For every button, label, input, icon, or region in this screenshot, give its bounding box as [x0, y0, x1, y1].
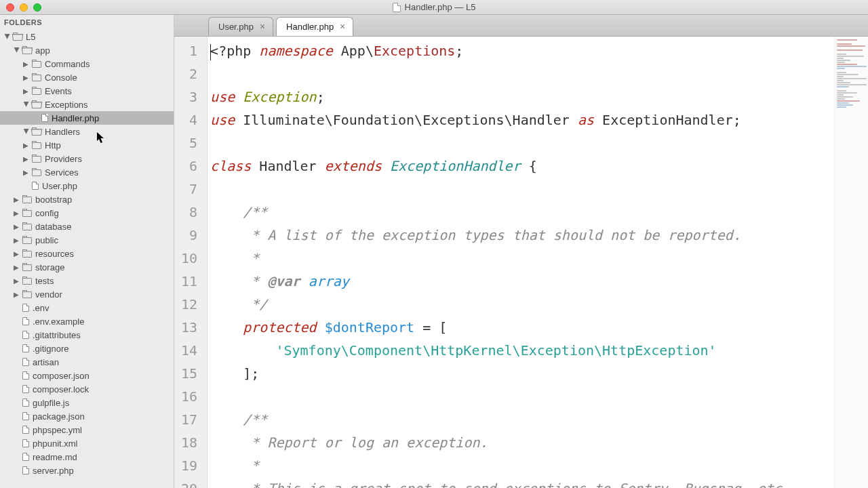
tree-item-label: Console — [45, 73, 77, 83]
tree-item-label: tests — [35, 276, 54, 286]
disclosure-arrow-icon[interactable]: ▶ — [14, 209, 20, 217]
file--env[interactable]: .env — [0, 301, 174, 314]
tab-close-icon[interactable]: × — [338, 22, 347, 32]
minimize-window-button[interactable] — [20, 3, 28, 12]
folder-public[interactable]: ▶public — [0, 233, 174, 247]
line-number: 4 — [181, 108, 197, 131]
code-line[interactable] — [210, 131, 834, 155]
code-line[interactable] — [210, 178, 834, 201]
disclosure-arrow-icon[interactable]: ▶ — [23, 74, 30, 81]
folder-storage[interactable]: ▶storage — [0, 260, 174, 274]
file-composer-lock[interactable]: composer.lock — [0, 382, 174, 396]
file-package-json[interactable]: package.json — [0, 409, 174, 423]
folder-exceptions[interactable]: ▶Exceptions — [0, 98, 174, 111]
close-window-button[interactable] — [6, 3, 14, 12]
disclosure-arrow-icon[interactable]: ▶ — [14, 47, 21, 54]
folder-icon — [32, 142, 41, 149]
code-line[interactable]: * A list of the exception types that sho… — [210, 224, 834, 247]
file-gulpfile-js[interactable]: gulpfile.js — [0, 396, 174, 409]
folder-http[interactable]: ▶Http — [0, 138, 174, 152]
file--env-example[interactable]: .env.example — [0, 314, 174, 328]
file--gitattributes[interactable]: .gitattributes — [0, 328, 174, 342]
file-readme-md[interactable]: readme.md — [0, 450, 174, 464]
code-line[interactable]: use Illuminate\Foundation\Exceptions\Han… — [210, 108, 834, 131]
tree-item-label: phpspec.yml — [33, 425, 82, 435]
disclosure-arrow-icon[interactable]: ▶ — [23, 142, 30, 149]
code-line[interactable]: * @var array — [210, 270, 834, 293]
disclosure-arrow-icon[interactable]: ▶ — [14, 196, 20, 203]
line-number: 13 — [181, 316, 197, 339]
tab-handler-php[interactable]: Handler.php× — [276, 17, 353, 36]
disclosure-arrow-icon[interactable]: ▶ — [14, 223, 20, 230]
file-user-php[interactable]: User.php — [0, 179, 174, 192]
folder-commands[interactable]: ▶Commands — [0, 57, 174, 70]
line-number: 14 — [181, 339, 197, 362]
code-line[interactable] — [210, 62, 834, 85]
editor-area: User.php×Handler.php× 123456789101112131… — [174, 15, 868, 488]
disclosure-arrow-icon[interactable]: ▶ — [14, 277, 20, 285]
tree-item-label: Events — [45, 86, 72, 96]
file-icon — [22, 344, 29, 352]
tree-item-label: User.php — [42, 181, 77, 191]
disclosure-arrow-icon[interactable]: ▶ — [23, 87, 30, 95]
minimap[interactable] — [834, 37, 868, 488]
folder-providers[interactable]: ▶Providers — [0, 152, 174, 165]
tree-item-label: Services — [45, 167, 79, 178]
disclosure-arrow-icon[interactable]: ▶ — [14, 250, 20, 258]
code-content[interactable]: <?php namespace App\Exceptions; use Exce… — [208, 37, 834, 488]
folder-vendor[interactable]: ▶vendor — [0, 287, 174, 301]
code-line[interactable]: <?php namespace App\Exceptions; — [210, 39, 834, 62]
folder-bootstrap[interactable]: ▶bootstrap — [0, 192, 174, 206]
code-line[interactable]: * Report or log an exception. — [210, 431, 834, 454]
code-line[interactable]: 'Symfony\Component\HttpKernel\Exception\… — [210, 339, 834, 362]
code-line[interactable]: ]; — [210, 362, 834, 385]
folder-config[interactable]: ▶config — [0, 206, 174, 220]
disclosure-arrow-icon[interactable]: ▶ — [4, 33, 12, 40]
code-line[interactable]: * This is a great spot to send exception… — [210, 477, 834, 488]
file-composer-json[interactable]: composer.json — [0, 369, 174, 382]
file-phpspec-yml[interactable]: phpspec.yml — [0, 423, 174, 436]
code-line[interactable] — [210, 385, 834, 408]
folder-resources[interactable]: ▶resources — [0, 247, 174, 260]
disclosure-arrow-icon[interactable]: ▶ — [14, 264, 20, 271]
sidebar: FOLDERS ▶L5▶app▶Commands▶Console▶Events▶… — [0, 15, 174, 488]
file-phpunit-xml[interactable]: phpunit.xml — [0, 436, 174, 450]
tree-item-label: readme.md — [33, 452, 77, 462]
tree-item-label: Commands — [45, 59, 90, 69]
code-line[interactable]: /** — [210, 408, 834, 431]
zoom-window-button[interactable] — [33, 3, 41, 12]
folder-icon — [22, 47, 32, 54]
folder-services[interactable]: ▶Services — [0, 165, 174, 179]
disclosure-arrow-icon[interactable]: ▶ — [23, 60, 30, 68]
code-line[interactable]: /** — [210, 201, 834, 224]
tree-item-label: database — [35, 222, 72, 232]
disclosure-arrow-icon[interactable]: ▶ — [23, 101, 31, 108]
code-line[interactable]: * — [210, 454, 834, 477]
file--gitignore[interactable]: .gitignore — [0, 342, 174, 355]
folder-events[interactable]: ▶Events — [0, 84, 174, 98]
code-line[interactable]: class Handler extends ExceptionHandler { — [210, 155, 834, 178]
disclosure-arrow-icon[interactable]: ▶ — [23, 128, 31, 135]
tree-item-label: composer.lock — [33, 384, 89, 394]
folder-app[interactable]: ▶app — [0, 43, 174, 57]
tab-user-php[interactable]: User.php× — [208, 17, 273, 36]
folder-handlers[interactable]: ▶Handlers — [0, 125, 174, 138]
code-line[interactable]: protected $dontReport = [ — [210, 316, 834, 339]
code-line[interactable]: use Exception; — [210, 85, 834, 108]
code-line[interactable]: */ — [210, 293, 834, 316]
folder-tests[interactable]: ▶tests — [0, 274, 174, 287]
line-number: 9 — [181, 224, 197, 247]
disclosure-arrow-icon[interactable]: ▶ — [14, 237, 20, 244]
folder-console[interactable]: ▶Console — [0, 70, 174, 84]
disclosure-arrow-icon[interactable]: ▶ — [23, 155, 30, 163]
code-line[interactable]: * — [210, 247, 834, 270]
folder-database[interactable]: ▶database — [0, 220, 174, 233]
disclosure-arrow-icon[interactable]: ▶ — [14, 291, 20, 298]
tab-close-icon[interactable]: × — [258, 22, 267, 32]
disclosure-arrow-icon[interactable]: ▶ — [23, 169, 30, 176]
file-handler-php[interactable]: Handler.php — [0, 111, 174, 125]
code-editor[interactable]: 1234567891011121314151617181920 <?php na… — [174, 37, 868, 488]
file-server-php[interactable]: server.php — [0, 464, 174, 477]
file-artisan[interactable]: artisan — [0, 355, 174, 369]
folder-l5[interactable]: ▶L5 — [0, 30, 174, 43]
